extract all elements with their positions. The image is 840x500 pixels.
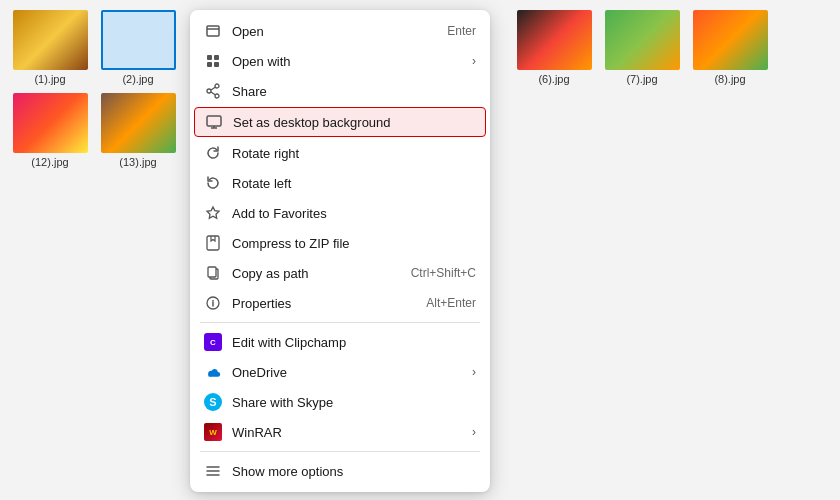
menu-item-open[interactable]: Open Enter xyxy=(190,16,490,46)
copy-path-icon xyxy=(204,264,222,282)
menu-item-onedrive[interactable]: OneDrive › xyxy=(190,357,490,387)
menu-item-copy-path[interactable]: Copy as path Ctrl+Shift+C xyxy=(190,258,490,288)
menu-properties-shortcut: Alt+Enter xyxy=(426,296,476,310)
separator-1 xyxy=(200,322,480,323)
menu-item-skype[interactable]: S Share with Skype xyxy=(190,387,490,417)
menu-item-set-desktop[interactable]: Set as desktop background xyxy=(194,107,486,137)
menu-winrar-label: WinRAR xyxy=(232,425,472,440)
menu-item-compress-zip[interactable]: Compress to ZIP file xyxy=(190,228,490,258)
menu-share-label: Share xyxy=(232,84,476,99)
favorites-icon xyxy=(204,204,222,222)
thumb-item-13[interactable]: (13).jpg xyxy=(98,93,178,168)
menu-rotate-left-label: Rotate left xyxy=(232,176,476,191)
menu-set-desktop-label: Set as desktop background xyxy=(233,115,475,130)
menu-openwith-label: Open with xyxy=(232,54,472,69)
open-icon xyxy=(204,22,222,40)
thumb-label-13: (13).jpg xyxy=(119,156,156,168)
skype-icon: S xyxy=(204,393,222,411)
rotate-right-icon xyxy=(204,144,222,162)
svg-rect-1 xyxy=(207,55,212,60)
clipchamp-icon: C xyxy=(204,333,222,351)
onedrive-arrow-icon: › xyxy=(472,365,476,379)
menu-skype-label: Share with Skype xyxy=(232,395,476,410)
svg-rect-4 xyxy=(214,62,219,67)
menu-properties-label: Properties xyxy=(232,296,416,311)
thumb-label-2: (2).jpg xyxy=(122,73,153,85)
rotate-left-icon xyxy=(204,174,222,192)
thumb-item-12[interactable]: (12).jpg xyxy=(10,93,90,168)
menu-more-options-label: Show more options xyxy=(232,464,476,479)
menu-item-rotate-left[interactable]: Rotate left xyxy=(190,168,490,198)
thumb-image-6 xyxy=(517,10,592,70)
thumb-label-7: (7).jpg xyxy=(626,73,657,85)
menu-favorites-label: Add to Favorites xyxy=(232,206,476,221)
menu-copy-path-shortcut: Ctrl+Shift+C xyxy=(411,266,476,280)
menu-item-add-favorites[interactable]: Add to Favorites xyxy=(190,198,490,228)
properties-icon xyxy=(204,294,222,312)
open-with-icon xyxy=(204,52,222,70)
menu-clipchamp-label: Edit with Clipchamp xyxy=(232,335,476,350)
menu-open-label: Open xyxy=(232,24,437,39)
svg-point-6 xyxy=(207,89,211,93)
thumb-item-2[interactable]: (2).jpg xyxy=(98,10,178,85)
thumb-image-12 xyxy=(13,93,88,153)
thumb-item-8[interactable]: (8).jpg xyxy=(690,10,770,85)
thumb-image-13 xyxy=(101,93,176,153)
svg-rect-9 xyxy=(207,236,219,250)
thumb-image-7 xyxy=(605,10,680,70)
winrar-icon: W xyxy=(204,423,222,441)
thumb-item-1[interactable]: (1).jpg xyxy=(10,10,90,85)
menu-item-properties[interactable]: Properties Alt+Enter xyxy=(190,288,490,318)
thumb-image-1 xyxy=(13,10,88,70)
menu-item-open-with[interactable]: Open with › xyxy=(190,46,490,76)
svg-rect-3 xyxy=(207,62,212,67)
menu-zip-label: Compress to ZIP file xyxy=(232,236,476,251)
thumb-label-8: (8).jpg xyxy=(714,73,745,85)
separator-2 xyxy=(200,451,480,452)
thumb-label-12: (12).jpg xyxy=(31,156,68,168)
context-menu: Open Enter Open with › Share Set as desk… xyxy=(190,10,490,492)
menu-item-clipchamp[interactable]: C Edit with Clipchamp xyxy=(190,327,490,357)
more-options-icon xyxy=(204,462,222,480)
thumb-item-7[interactable]: (7).jpg xyxy=(602,10,682,85)
menu-item-rotate-right[interactable]: Rotate right xyxy=(190,138,490,168)
menu-item-more-options[interactable]: Show more options xyxy=(190,456,490,486)
svg-rect-8 xyxy=(207,116,221,126)
svg-rect-2 xyxy=(214,55,219,60)
menu-item-winrar[interactable]: W WinRAR › xyxy=(190,417,490,447)
onedrive-icon xyxy=(204,363,222,381)
open-with-arrow-icon: › xyxy=(472,54,476,68)
zip-icon xyxy=(204,234,222,252)
menu-open-shortcut: Enter xyxy=(447,24,476,38)
thumb-label-6: (6).jpg xyxy=(538,73,569,85)
menu-item-share[interactable]: Share xyxy=(190,76,490,106)
thumb-image-8 xyxy=(693,10,768,70)
thumb-item-6[interactable]: (6).jpg xyxy=(514,10,594,85)
menu-rotate-right-label: Rotate right xyxy=(232,146,476,161)
svg-rect-11 xyxy=(208,267,216,277)
thumb-image-2 xyxy=(101,10,176,70)
thumb-label-1: (1).jpg xyxy=(34,73,65,85)
menu-copy-path-label: Copy as path xyxy=(232,266,401,281)
menu-onedrive-label: OneDrive xyxy=(232,365,472,380)
winrar-arrow-icon: › xyxy=(472,425,476,439)
desktop-icon xyxy=(205,113,223,131)
share-icon xyxy=(204,82,222,100)
svg-rect-0 xyxy=(207,26,219,36)
